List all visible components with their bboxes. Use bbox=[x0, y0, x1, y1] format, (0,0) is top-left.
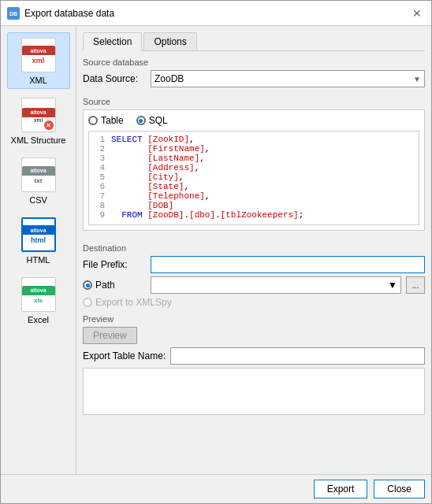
sidebar-item-excel[interactable]: altova xls Excel bbox=[7, 272, 70, 328]
export-xmlspy-radio-item[interactable]: Export to XMLSpy bbox=[83, 297, 172, 308]
sql-content-4: [Address], bbox=[111, 163, 199, 172]
path-select[interactable]: ▼ bbox=[151, 276, 401, 294]
dialog-icon: DB bbox=[7, 7, 20, 20]
sql-line-7: 7 [Telephone], bbox=[92, 191, 415, 201]
sidebar-html-label: HTML bbox=[27, 255, 50, 265]
path-arrow: ▼ bbox=[388, 280, 397, 291]
sql-editor[interactable]: 1 SELECT [ZookID], 2 [FirstName], 3 [Las… bbox=[88, 131, 419, 225]
path-radio-btn[interactable] bbox=[83, 280, 92, 290]
path-radio-item[interactable]: Path bbox=[83, 280, 146, 291]
sidebar-csv-label: CSV bbox=[29, 195, 47, 205]
line-num-5: 5 bbox=[92, 172, 105, 182]
table-radio-label: Table bbox=[101, 115, 124, 126]
table-radio-btn[interactable] bbox=[88, 116, 98, 125]
dialog-body: altova xml XML altova xml ✕ XML Structur… bbox=[1, 26, 431, 474]
sql-content-2: [FirstName], bbox=[111, 144, 210, 154]
browse-button[interactable]: ... bbox=[406, 276, 425, 294]
sql-content-8: [DOB] bbox=[111, 201, 173, 210]
csv-icon-container: altova txt bbox=[20, 156, 58, 194]
sql-content-1: SELECT [ZookID], bbox=[111, 135, 195, 144]
export-xmlspy-label: Export to XMLSpy bbox=[95, 297, 172, 308]
data-source-value: ZooDB bbox=[155, 73, 184, 84]
sql-content-7: [Telephone], bbox=[111, 191, 210, 201]
sql-content-5: [City], bbox=[111, 172, 184, 182]
sql-radio-label: SQL bbox=[149, 115, 168, 126]
source-database-label: Source database bbox=[83, 57, 425, 67]
sql-radio-btn[interactable] bbox=[136, 116, 146, 125]
preview-label: Preview bbox=[83, 314, 425, 324]
title-bar-left: DB Export database data bbox=[7, 7, 114, 20]
line-num-3: 3 bbox=[92, 154, 105, 163]
sql-radio-item[interactable]: SQL bbox=[136, 115, 168, 126]
sql-line-4: 4 [Address], bbox=[92, 163, 415, 172]
line-num-7: 7 bbox=[92, 191, 105, 201]
excel-icon-container: altova xls bbox=[20, 276, 58, 313]
sql-content-6: [State], bbox=[111, 182, 189, 191]
data-source-row: Data Source: ZooDB ▼ bbox=[83, 70, 425, 87]
html-icon-container: altova html bbox=[20, 216, 58, 254]
export-button[interactable]: Export bbox=[314, 480, 368, 498]
xml-structure-icon-container: altova xml ✕ bbox=[20, 96, 58, 134]
sql-line-1: 1 SELECT [ZookID], bbox=[92, 135, 415, 144]
sidebar-xml-label: XML bbox=[29, 76, 47, 85]
svg-text:DB: DB bbox=[9, 11, 17, 17]
line-num-6: 6 bbox=[92, 182, 105, 191]
line-num-9: 9 bbox=[92, 210, 105, 220]
data-source-select[interactable]: ZooDB ▼ bbox=[151, 70, 425, 87]
source-section: Source Table SQL 1 bbox=[83, 97, 425, 237]
path-row: Path ▼ ... bbox=[83, 276, 425, 294]
xml-icon-container: altova xml bbox=[20, 36, 58, 74]
source-content: Table SQL 1 SELECT [ZookID], bbox=[83, 109, 425, 231]
dialog-title: Export database data bbox=[24, 8, 114, 19]
sql-line-5: 5 [City], bbox=[92, 172, 415, 182]
export-database-dialog: DB Export database data ✕ altova xml XML bbox=[0, 0, 432, 504]
html-icon: altova html bbox=[21, 217, 56, 252]
sql-content-3: [LastName], bbox=[111, 154, 205, 163]
sidebar-xml-structure-label: XML Structure bbox=[11, 135, 66, 145]
data-source-label: Data Source: bbox=[83, 73, 146, 84]
sidebar-excel-label: Excel bbox=[28, 315, 49, 324]
sql-line-2: 2 [FirstName], bbox=[92, 144, 415, 154]
destination-section: Destination File Prefix: Path ▼ ... bbox=[83, 243, 425, 308]
table-radio-item[interactable]: Table bbox=[88, 115, 124, 126]
xml-structure-icon: altova xml ✕ bbox=[21, 98, 56, 132]
file-prefix-input[interactable] bbox=[151, 256, 425, 273]
close-dialog-button[interactable]: Close bbox=[374, 480, 425, 498]
main-content: Selection Options Source database Data S… bbox=[76, 26, 431, 474]
preview-button[interactable]: Preview bbox=[83, 327, 137, 344]
export-xmlspy-row: Export to XMLSpy bbox=[83, 297, 425, 308]
data-source-arrow: ▼ bbox=[413, 75, 421, 83]
line-num-4: 4 bbox=[92, 163, 105, 172]
dialog-footer: Export Close bbox=[1, 474, 431, 503]
line-num-8: 8 bbox=[92, 201, 105, 210]
path-radio-label: Path bbox=[95, 280, 115, 291]
xml-icon: altova xml bbox=[21, 38, 56, 72]
close-button[interactable]: ✕ bbox=[409, 6, 425, 21]
sql-line-6: 6 [State], bbox=[92, 182, 415, 191]
preview-section: Preview Preview Export Table Name: bbox=[83, 314, 425, 415]
sql-line-3: 3 [LastName], bbox=[92, 154, 415, 163]
destination-label: Destination bbox=[83, 243, 425, 253]
file-prefix-row: File Prefix: bbox=[83, 256, 425, 273]
source-database-section: Source database Data Source: ZooDB ▼ bbox=[83, 57, 425, 91]
sidebar-item-csv[interactable]: altova txt CSV bbox=[7, 152, 70, 209]
source-section-label: Source bbox=[83, 97, 425, 106]
csv-icon: altova txt bbox=[21, 158, 56, 192]
sidebar-item-html[interactable]: altova html HTML bbox=[7, 212, 70, 269]
tab-selection[interactable]: Selection bbox=[83, 32, 142, 51]
sidebar-item-xml[interactable]: altova xml XML bbox=[7, 32, 70, 89]
export-table-name-label: Export Table Name: bbox=[83, 350, 166, 361]
export-xmlspy-radio-btn[interactable] bbox=[83, 298, 92, 307]
export-table-name-row: Export Table Name: bbox=[83, 347, 425, 365]
sql-line-8: 8 [DOB] bbox=[92, 201, 415, 210]
preview-area bbox=[83, 368, 425, 415]
tab-options[interactable]: Options bbox=[143, 32, 196, 50]
sql-line-9: 9 FROM [ZooDB].[dbo].[tblZookeepers]; bbox=[92, 210, 415, 220]
export-table-name-input[interactable] bbox=[170, 347, 425, 365]
line-num-1: 1 bbox=[92, 135, 105, 144]
source-radio-row: Table SQL bbox=[88, 115, 419, 126]
excel-icon: altova xls bbox=[21, 277, 56, 312]
title-bar: DB Export database data ✕ bbox=[1, 1, 431, 26]
sidebar-item-xml-structure[interactable]: altova xml ✕ XML Structure bbox=[7, 92, 70, 149]
file-prefix-label: File Prefix: bbox=[83, 259, 146, 270]
